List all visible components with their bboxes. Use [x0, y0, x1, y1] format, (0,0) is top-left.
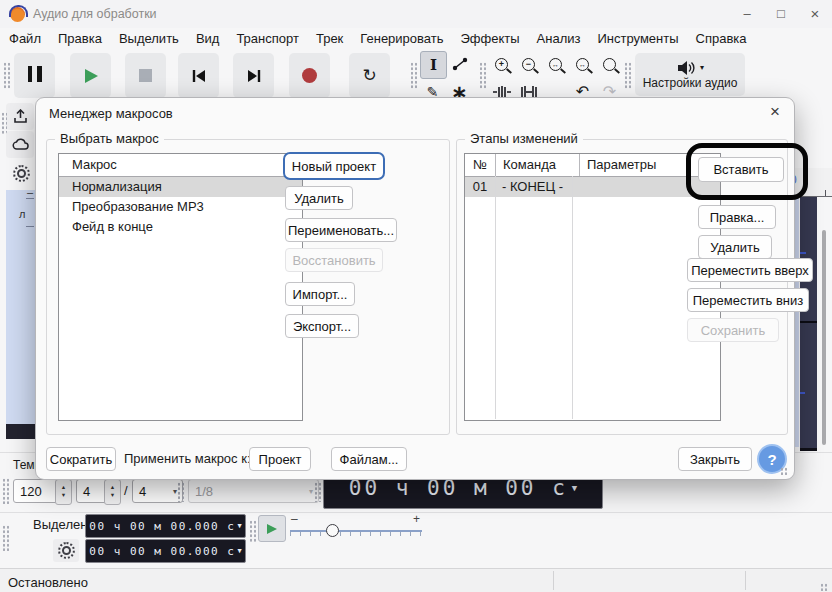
selection-toolbar-grip[interactable]: [2, 525, 9, 551]
record-button[interactable]: [289, 53, 330, 98]
dialog-title: Менеджер макросов: [49, 106, 173, 121]
macro-list-item-selected[interactable]: Нормализация: [59, 177, 302, 197]
move-down-button[interactable]: Переместить вниз: [687, 288, 809, 312]
menu-effects[interactable]: Эффекты: [461, 31, 520, 46]
app-logo-icon: [10, 7, 25, 22]
question-icon: ?: [767, 451, 776, 468]
menu-analyze[interactable]: Анализ: [537, 31, 581, 46]
rename-macro-button[interactable]: Переименовать...: [285, 218, 397, 242]
time-toolbar-grip[interactable]: [314, 482, 321, 502]
menu-transport[interactable]: Транспорт: [236, 31, 299, 46]
zoom-fit-button[interactable]: ↔: [570, 51, 595, 77]
selection-tool-button[interactable]: I: [420, 51, 447, 79]
apply-to-project-button[interactable]: Проект: [249, 447, 311, 471]
share-audio-button[interactable]: [6, 131, 34, 158]
zoom-in-button[interactable]: +: [489, 51, 514, 77]
loop-button[interactable]: ↻: [349, 53, 390, 98]
selection-options-button[interactable]: [53, 539, 79, 562]
menu-generate[interactable]: Генерировать: [360, 31, 443, 46]
menu-help[interactable]: Справка: [696, 31, 747, 46]
transport-toolbar-grip[interactable]: [3, 62, 11, 89]
steps-table-row-selected[interactable]: 01 - КОНЕЦ -: [465, 177, 720, 197]
stop-button[interactable]: [125, 53, 166, 98]
menu-file[interactable]: Файл: [9, 31, 41, 46]
vertical-scrollbar[interactable]: [822, 230, 826, 445]
play-at-speed-icon: [266, 523, 278, 535]
macro-list-item[interactable]: Фейд в конце: [59, 217, 302, 237]
minimize-button[interactable]: –: [730, 0, 764, 28]
tools-toolbar-grip[interactable]: [410, 62, 418, 89]
speed-slider-ticks: [290, 532, 422, 536]
steps-table[interactable]: № Команда Параметры 01 - КОНЕЦ -: [464, 153, 721, 421]
selection-end-dropdown-icon[interactable]: ▼: [238, 547, 242, 555]
big-time-dropdown-icon[interactable]: ▼: [572, 483, 577, 493]
audacity-window: Аудио для обработки – □ × Файл Правка Вы…: [0, 0, 832, 592]
track-edge-sliver: [795, 197, 799, 447]
window-resize-grip[interactable]: [820, 583, 828, 591]
menu-edit[interactable]: Правка: [58, 31, 102, 46]
play-speed-grip[interactable]: [249, 520, 256, 542]
annotation-highlight-ring: [686, 143, 808, 200]
column-num[interactable]: №: [465, 154, 496, 176]
zoom-selection-button[interactable]: ↔: [543, 51, 568, 77]
shrink-button[interactable]: Сократить: [46, 447, 116, 471]
menu-select[interactable]: Выделить: [119, 31, 179, 46]
audio-setup-button[interactable]: ▾ Настройки аудио: [635, 53, 745, 96]
audio-setup-chevron-icon: ▾: [700, 63, 704, 72]
speed-minus-label: –: [291, 512, 298, 526]
play-at-speed-button[interactable]: [258, 515, 286, 542]
beats-upper-spinner[interactable]: ▲▼: [104, 479, 121, 505]
selection-start-dropdown-icon[interactable]: ▼: [238, 522, 242, 530]
pause-icon: [25, 66, 44, 86]
snap-select[interactable]: 1/8▾: [188, 479, 319, 503]
export-button[interactable]: [6, 103, 34, 130]
close-button[interactable]: ×: [798, 0, 832, 28]
apply-to-files-button[interactable]: Файлам...: [331, 447, 407, 471]
menu-view[interactable]: Вид: [196, 31, 220, 46]
tempo-toolbar-grip[interactable]: [2, 478, 9, 504]
tempo-spinner[interactable]: ▲▼: [55, 479, 72, 505]
macro-list[interactable]: Макрос Нормализация Преобразование MP3 Ф…: [58, 153, 303, 421]
envelope-tool-button[interactable]: [447, 51, 472, 77]
timeline-options-button[interactable]: [9, 161, 33, 185]
delete-macro-button[interactable]: Удалить: [285, 186, 353, 210]
pause-button[interactable]: [14, 53, 55, 98]
select-macro-group-label: Выбрать макрос: [55, 131, 164, 146]
maximize-button[interactable]: □: [764, 0, 798, 28]
macro-list-item[interactable]: Преобразование MP3: [59, 197, 302, 217]
beats-lower-select[interactable]: 4▾: [132, 479, 183, 503]
new-macro-button[interactable]: Новый проект: [283, 152, 385, 180]
dialog-resize-grip[interactable]: [780, 467, 789, 475]
column-command[interactable]: Команда: [496, 154, 580, 176]
zoom-toggle-button[interactable]: [597, 51, 622, 77]
export-macro-button[interactable]: Экспорт...: [285, 314, 359, 338]
delete-step-button[interactable]: Удалить: [698, 235, 772, 259]
close-dialog-button[interactable]: Закрыть: [678, 447, 752, 471]
edit-toolbar-grip[interactable]: [479, 62, 487, 89]
selection-start-display[interactable]: 00 ч 00 м 00.000 с ▼: [85, 514, 246, 538]
move-up-button[interactable]: Переместить вверх: [687, 258, 813, 282]
zoom-out-button[interactable]: −: [516, 51, 541, 77]
menu-bar: Файл Правка Выделить Вид Транспорт Трек …: [0, 28, 832, 49]
dialog-close-button[interactable]: ×: [770, 102, 780, 122]
skip-start-button[interactable]: [178, 53, 219, 98]
envelope-icon: [452, 57, 468, 71]
save-steps-button[interactable]: Сохранить: [687, 318, 779, 342]
share-toolbar-grip[interactable]: [1, 112, 7, 134]
selection-end-display[interactable]: 00 ч 00 м 00.000 с ▼: [85, 539, 246, 563]
audio-setup-grip[interactable]: [624, 62, 632, 89]
edit-step-button[interactable]: Правка...: [698, 205, 776, 229]
snapping-toolbar-grip[interactable]: [177, 482, 184, 502]
loop-icon: ↻: [362, 67, 376, 84]
restore-macro-button[interactable]: Восстановить: [285, 248, 383, 272]
macro-list-header[interactable]: Макрос: [59, 154, 302, 177]
skip-end-button[interactable]: [233, 53, 274, 98]
play-button[interactable]: [70, 53, 111, 98]
menu-tools[interactable]: Инструменты: [598, 31, 679, 46]
skip-end-icon: [246, 69, 262, 83]
menu-track[interactable]: Трек: [316, 31, 343, 46]
track-waveform[interactable]: [800, 197, 817, 451]
speed-slider-knob[interactable]: [326, 524, 339, 537]
tempo-input[interactable]: 120: [13, 479, 59, 503]
import-macro-button[interactable]: Импорт...: [285, 282, 355, 306]
